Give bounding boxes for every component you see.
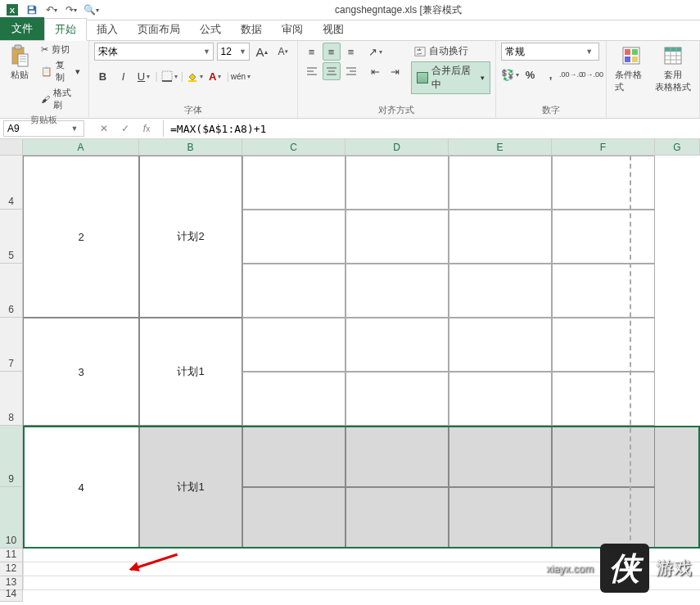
cell[interactable] xyxy=(242,210,345,264)
cell[interactable] xyxy=(345,487,449,549)
tab-view[interactable]: 视图 xyxy=(313,19,354,40)
select-all-corner[interactable] xyxy=(0,139,23,155)
align-bottom-button[interactable]: ≡ xyxy=(342,43,360,61)
format-painter-button[interactable]: 🖌 格式刷 xyxy=(38,86,84,112)
accept-formula-button[interactable]: ✓ xyxy=(115,120,135,137)
shrink-font-button[interactable]: A▾ xyxy=(274,43,292,61)
cell[interactable] xyxy=(242,318,345,372)
cell[interactable] xyxy=(552,264,655,318)
cell-B7[interactable]: 计划1 xyxy=(139,318,242,426)
orientation-button[interactable]: ↗▾ xyxy=(367,43,385,61)
cell[interactable] xyxy=(345,426,449,487)
align-left-button[interactable] xyxy=(303,62,321,80)
font-size-input[interactable] xyxy=(218,43,237,60)
redo-button[interactable]: ↷▾ xyxy=(62,1,80,19)
align-top-button[interactable]: ≡ xyxy=(303,43,321,61)
row-header[interactable]: 8 xyxy=(0,372,22,426)
chevron-down-icon[interactable]: ▼ xyxy=(201,47,213,56)
underline-button[interactable]: U▾ xyxy=(135,67,153,85)
cut-button[interactable]: ✂ 剪切 xyxy=(38,43,84,56)
decrease-indent-button[interactable]: ⇤ xyxy=(367,62,385,80)
cell[interactable] xyxy=(449,318,552,372)
row-header[interactable]: 12 xyxy=(0,562,22,576)
percent-button[interactable]: % xyxy=(522,65,540,84)
tab-file[interactable]: 文件 xyxy=(0,17,44,40)
col-header-D[interactable]: D xyxy=(345,139,449,155)
align-right-button[interactable] xyxy=(342,62,360,80)
cell[interactable] xyxy=(345,264,449,318)
italic-button[interactable]: I xyxy=(115,67,133,85)
font-name-combo[interactable]: ▼ xyxy=(94,43,214,61)
tab-formulas[interactable]: 公式 xyxy=(190,19,231,40)
cell-B4[interactable]: 计划2 xyxy=(139,156,242,318)
excel-icon[interactable]: X xyxy=(3,1,21,19)
tab-data[interactable]: 数据 xyxy=(231,19,272,40)
decrease-decimal-button[interactable]: .0→.00 xyxy=(583,65,601,84)
border-button[interactable]: ▾ xyxy=(160,67,178,85)
cell[interactable] xyxy=(449,487,552,549)
formula-input[interactable] xyxy=(163,120,700,137)
cell[interactable] xyxy=(449,210,552,264)
merge-center-button[interactable]: 合并后居中 ▾ xyxy=(411,61,490,94)
increase-indent-button[interactable]: ⇥ xyxy=(386,62,404,80)
col-header-E[interactable]: E xyxy=(449,139,552,155)
bold-button[interactable]: B xyxy=(94,67,112,85)
cell[interactable] xyxy=(345,210,449,264)
cell[interactable] xyxy=(552,372,655,426)
cell-A9[interactable]: 4 xyxy=(23,426,139,549)
number-format-combo[interactable]: ▼ xyxy=(501,43,599,61)
comma-button[interactable]: , xyxy=(542,65,560,84)
cell-B9[interactable]: 计划1 xyxy=(139,426,242,549)
col-header-F[interactable]: F xyxy=(552,139,655,155)
fx-button[interactable]: fx xyxy=(137,120,156,137)
row-header[interactable]: 14 xyxy=(0,590,22,602)
tab-insert[interactable]: 插入 xyxy=(87,19,128,40)
col-header-C[interactable]: C xyxy=(242,139,345,155)
col-header-B[interactable]: B xyxy=(139,139,242,155)
wrap-text-button[interactable]: abc↵自动换行 xyxy=(411,43,490,60)
cell[interactable] xyxy=(345,156,449,210)
undo-button[interactable]: ↶▾ xyxy=(43,1,61,19)
print-preview-button[interactable]: 🔍▾ xyxy=(82,1,100,19)
paste-button[interactable]: 粘贴 xyxy=(5,43,34,83)
row-header[interactable]: 9 xyxy=(0,426,22,487)
chevron-down-icon[interactable]: ▼ xyxy=(237,47,249,56)
cell[interactable] xyxy=(242,487,345,549)
cell[interactable] xyxy=(242,372,345,426)
cell[interactable] xyxy=(552,156,655,210)
row-header[interactable]: 7 xyxy=(0,318,22,372)
cell[interactable] xyxy=(242,156,345,210)
cell[interactable] xyxy=(449,426,552,487)
worksheet-grid[interactable]: A B C D E F G 4 5 6 7 8 9 10 11 12 13 14… xyxy=(0,139,700,602)
cell[interactable] xyxy=(552,487,655,549)
font-size-combo[interactable]: ▼ xyxy=(217,43,250,61)
row-header[interactable]: 6 xyxy=(0,264,22,318)
cell[interactable] xyxy=(449,264,552,318)
format-as-table-button[interactable]: 套用 表格格式 xyxy=(652,43,694,95)
cell[interactable] xyxy=(552,426,655,487)
row-header[interactable]: 11 xyxy=(0,549,22,562)
cell[interactable] xyxy=(242,426,345,487)
col-header-A[interactable]: A xyxy=(23,139,139,155)
cell[interactable] xyxy=(552,210,655,264)
font-name-input[interactable] xyxy=(95,43,201,60)
increase-decimal-button[interactable]: .00→.0 xyxy=(562,65,580,84)
cell-A4[interactable]: 2 xyxy=(23,156,139,318)
conditional-format-button[interactable]: 条件格式 xyxy=(612,43,652,95)
cell-A7[interactable]: 3 xyxy=(23,318,139,426)
cell[interactable] xyxy=(242,264,345,318)
copy-button[interactable]: 📋 复制 ▾ xyxy=(38,58,84,84)
font-color-button[interactable]: A▾ xyxy=(206,67,224,85)
cell[interactable] xyxy=(552,318,655,372)
row-header[interactable]: 4 xyxy=(0,156,22,210)
row-header[interactable]: 5 xyxy=(0,210,22,264)
cell[interactable] xyxy=(345,372,449,426)
fill-color-button[interactable]: ▾ xyxy=(186,67,204,85)
col-header-G[interactable]: G xyxy=(655,139,700,155)
chevron-down-icon[interactable]: ▼ xyxy=(584,47,595,56)
tab-home[interactable]: 开始 xyxy=(44,18,87,41)
number-format-input[interactable] xyxy=(502,43,584,60)
align-middle-button[interactable]: ≡ xyxy=(323,43,341,61)
cell[interactable] xyxy=(449,372,552,426)
align-center-button[interactable] xyxy=(323,62,341,80)
